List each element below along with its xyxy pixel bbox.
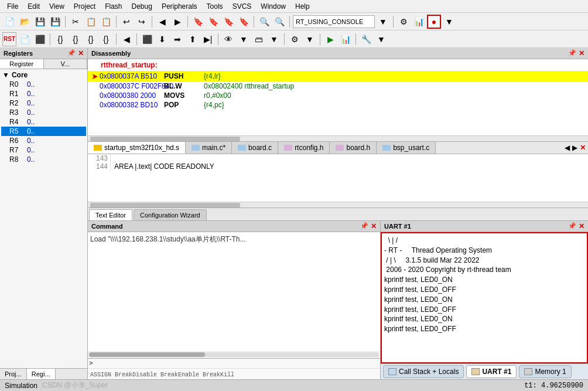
register-tab-register[interactable]: Register <box>0 59 44 69</box>
new-button[interactable]: 📄 <box>2 15 16 29</box>
menu-edit[interactable]: Edit <box>23 1 45 12</box>
memory-btn[interactable]: 🗃 <box>252 32 266 46</box>
kill-all-bp[interactable]: {} <box>99 32 113 46</box>
show-next-stmt[interactable]: ⬛ <box>140 32 154 46</box>
saveall-button[interactable]: 💾 <box>48 15 62 29</box>
config-btn[interactable]: 🔧 <box>359 32 373 46</box>
command-input[interactable] <box>95 360 379 367</box>
menu-peripherals[interactable]: Peripherals <box>157 1 202 12</box>
menu-file[interactable]: File <box>2 1 23 12</box>
editor-hscroll[interactable] <box>88 202 588 208</box>
bookmark-button[interactable]: 🔖 <box>191 15 205 29</box>
reg-row-r1[interactable]: R10.. <box>1 89 86 98</box>
insert-remove-bp[interactable]: {} <box>53 32 67 46</box>
target-options-button[interactable]: ⚙ <box>396 15 411 29</box>
editor-tab-bspusart[interactable]: bsp_usart.c <box>377 142 436 154</box>
callstack-tab[interactable]: Call Stack + Locals <box>383 365 464 378</box>
menu-project[interactable]: Project <box>69 1 100 12</box>
menu-tools[interactable]: Tools <box>202 1 228 12</box>
memory-combo[interactable]: ▼ <box>267 32 281 46</box>
reg-row-r0[interactable]: R00.. <box>1 80 86 89</box>
open-button[interactable]: 📂 <box>18 15 32 29</box>
pin-icon[interactable]: 📌 <box>67 49 76 57</box>
menu-flash[interactable]: Flash <box>100 1 127 12</box>
menu-view[interactable]: View <box>45 1 69 12</box>
step-out-button[interactable]: ⬆ <box>186 32 200 46</box>
menu-debug[interactable]: Debug <box>127 1 157 12</box>
watch-btn[interactable]: 👁 <box>221 32 235 46</box>
text-editor-tab[interactable]: Text Editor <box>89 209 132 220</box>
disable-all-bp[interactable]: {} <box>84 32 98 46</box>
menu-window[interactable]: Window <box>256 1 290 12</box>
reg-row-r5[interactable]: R50.. <box>1 127 86 136</box>
run-btn[interactable]: ▶ <box>323 32 337 46</box>
save-button[interactable]: 💾 <box>33 15 47 29</box>
close-command-button[interactable]: ✕ <box>371 222 377 230</box>
editor-tab-board[interactable]: board.c <box>232 142 278 154</box>
editor-tab-boardh[interactable]: board.h <box>330 142 377 154</box>
editor-tab-rtconfig[interactable]: rtconfig.h <box>278 142 330 154</box>
disasm-row-1[interactable]: 0x0800037C F002F840 BL.W 0x08002400 rtth… <box>88 81 588 91</box>
editor-tab-startup[interactable]: startup_stm32f10x_hd.s <box>88 142 186 154</box>
redo-button[interactable]: ↪ <box>135 15 149 29</box>
periph-btn[interactable]: ⚙ <box>288 32 302 46</box>
disasm-hscroll[interactable] <box>88 135 588 141</box>
reg-row-r6[interactable]: R60.. <box>1 136 86 145</box>
disasm-row-0[interactable]: ➤ 0x0800037A B510 PUSH {r4,lr} <box>88 71 588 81</box>
watch-combo[interactable]: ▼ <box>237 32 251 46</box>
clear-bookmarks-button[interactable]: 🔖 <box>237 15 251 29</box>
close-registers-button[interactable]: ✕ <box>78 49 84 57</box>
debug-special-button[interactable]: ● <box>427 15 441 29</box>
tab-scroll-left[interactable]: ◀ <box>565 144 570 152</box>
editor-tab-main[interactable]: main.c* <box>186 142 232 154</box>
config-combo-btn[interactable]: ▼ <box>374 32 388 46</box>
register-tab-v[interactable]: V... <box>44 59 88 69</box>
step-over-button[interactable]: ➡ <box>170 32 184 46</box>
reset-button[interactable]: RST <box>2 32 16 46</box>
combo-dropdown[interactable]: ▼ <box>376 15 390 29</box>
more-button[interactable]: ▼ <box>442 15 456 29</box>
cut-button[interactable]: ✂ <box>69 15 83 29</box>
prev-bookmark-button[interactable]: 🔖 <box>206 15 220 29</box>
regi-tab[interactable]: Regi... <box>27 369 56 379</box>
reg-row-r2[interactable]: R20.. <box>1 98 86 108</box>
paste-button[interactable]: 📋 <box>99 15 113 29</box>
disasm-row-3[interactable]: 0x08000382 BD10 POP {r4,pc} <box>88 100 588 110</box>
reg-row-r4[interactable]: R40.. <box>1 117 86 127</box>
find-button[interactable]: 🔍 <box>257 15 271 29</box>
config-wizard-tab[interactable]: Configuration Wizard <box>134 209 207 220</box>
reg-row-r3[interactable]: R30.. <box>1 108 86 117</box>
close-editor-button[interactable]: ✕ <box>580 144 586 152</box>
periph-combo[interactable]: ▼ <box>303 32 317 46</box>
memory-tab[interactable]: Memory 1 <box>519 365 571 378</box>
undo-button[interactable]: ↩ <box>119 15 134 29</box>
editor-content[interactable]: 143 144 AREA |.text| CODE READONLY <box>88 154 588 202</box>
incr-find-button[interactable]: 🔍 <box>272 15 286 29</box>
stop-button[interactable]: ⬛ <box>33 32 47 46</box>
menu-svcs[interactable]: SVCS <box>228 1 257 12</box>
next-bookmark-button[interactable]: 🔖 <box>221 15 235 29</box>
reg-row-r7[interactable]: R70.. <box>1 145 86 155</box>
enable-disable-bp[interactable]: {} <box>69 32 83 46</box>
copy-button[interactable]: 📋 <box>84 15 98 29</box>
forward-button[interactable]: ▶ <box>170 15 184 29</box>
uart-content[interactable]: \ | / - RT - Thread Operating System / |… <box>381 232 588 363</box>
close-uart-button[interactable]: ✕ <box>579 222 584 230</box>
tab-scroll-right[interactable]: ▶ <box>572 144 577 152</box>
back-button[interactable]: ◀ <box>155 15 169 29</box>
command-scrollbar[interactable] <box>89 352 379 357</box>
close-disasm-button[interactable]: ✕ <box>579 49 584 57</box>
disasm-pin-icon[interactable]: 📌 <box>568 49 576 57</box>
command-pin-icon[interactable]: 📌 <box>360 222 368 230</box>
reg-row-r8[interactable]: R80.. <box>1 155 86 164</box>
disasm-row-2[interactable]: 0x08000380 2000 MOVS r0,#0x00 <box>88 91 588 100</box>
debug-file-button[interactable]: 📄 <box>18 32 32 46</box>
menu-help[interactable]: Help <box>290 1 314 12</box>
step-into-button[interactable]: ⬇ <box>155 32 169 46</box>
manage-button[interactable]: 📊 <box>412 15 426 29</box>
uart-pin-icon[interactable]: 📌 <box>568 222 576 230</box>
back-trace[interactable]: ◀ <box>119 32 134 46</box>
proj-tab[interactable]: Proj... <box>0 369 27 379</box>
uart-tab[interactable]: UART #1 <box>466 365 517 378</box>
run-to-cursor[interactable]: ▶| <box>201 32 215 46</box>
